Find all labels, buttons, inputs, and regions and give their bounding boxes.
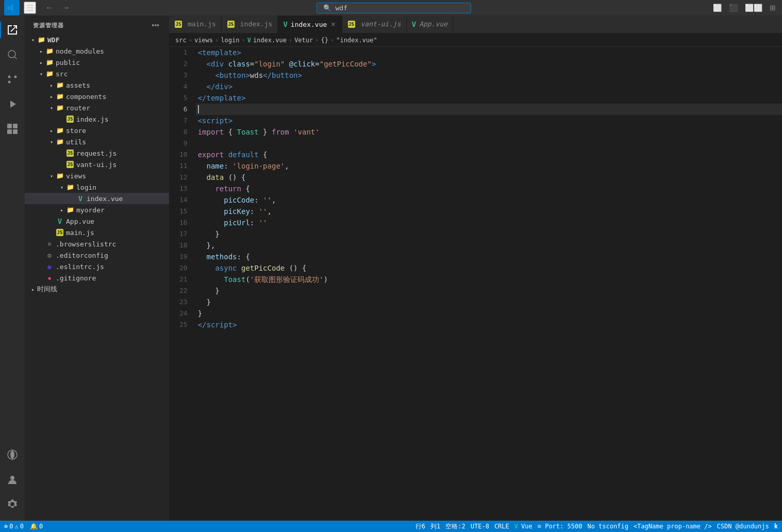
code-line-11: name: 'login-page',: [196, 160, 782, 172]
sidebar-item-public[interactable]: 📁 public: [25, 57, 169, 68]
ln-22: 22: [179, 285, 188, 296]
tab-main-js[interactable]: JS main.js: [169, 15, 222, 33]
vant-ui-icon: JS: [66, 160, 74, 169]
public-arrow: [37, 58, 45, 66]
status-col[interactable]: 列1: [430, 522, 440, 531]
breadcrumb-src[interactable]: src: [175, 37, 187, 44]
sidebar-item-views[interactable]: 📁 views: [25, 170, 169, 181]
breadcrumb-login[interactable]: login: [221, 37, 239, 44]
activity-search[interactable]: [0, 42, 25, 67]
tab-index-vue-close[interactable]: ×: [330, 21, 336, 28]
login-arrow: [58, 183, 66, 191]
status-bell[interactable]: 🔔 0: [30, 523, 43, 530]
login-icon: 📁: [66, 183, 74, 191]
breadcrumb-views[interactable]: views: [194, 37, 213, 44]
status-errors[interactable]: ⊗ 0 ⚠ 0: [4, 523, 24, 530]
status-encoding[interactable]: UTE-8: [471, 522, 489, 531]
status-port[interactable]: ⊙ Port: 5500: [538, 522, 583, 531]
sidebar-item-timeline[interactable]: 时间线: [25, 284, 169, 295]
ln-12: 12: [179, 172, 188, 183]
status-k[interactable]: k: [774, 522, 778, 531]
sidebar-item-browserslistrc[interactable]: ≡ .browserslistrc: [25, 238, 169, 250]
tab-app-vue[interactable]: V App.vue: [407, 15, 453, 33]
sidebar-item-index-vue[interactable]: V index.vue: [25, 193, 169, 204]
code-line-4: </div>: [196, 81, 782, 92]
activity-run[interactable]: [0, 92, 25, 117]
search-box[interactable]: 🔍 wdf: [317, 3, 471, 13]
search-icon: 🔍: [323, 4, 331, 12]
sidebar-item-gitignore[interactable]: ◆ .gitignore: [25, 272, 169, 284]
activity-explorer[interactable]: [0, 18, 25, 42]
sidebar-item-router[interactable]: 📁 router: [25, 102, 169, 113]
back-button[interactable]: ←: [43, 2, 56, 13]
sidebar-item-editorconfig[interactable]: ⚙ .editorconfig: [25, 250, 169, 261]
split-layout-btn[interactable]: ⬜: [711, 3, 724, 13]
code-line-19: methods: {: [196, 251, 782, 262]
sidebar-tree: 📁 WDF 📁 node_modules 📁 public 📁 src: [25, 34, 169, 521]
breadcrumb-index-vue2[interactable]: "index.vue": [336, 37, 377, 44]
tab-index-vue-icon: V: [283, 20, 287, 28]
code-line-23: }: [196, 296, 782, 308]
utils-label: utils: [66, 138, 86, 146]
tab-index-js[interactable]: JS index.js: [222, 15, 278, 33]
search-text: wdf: [336, 4, 347, 12]
activity-remote[interactable]: [0, 442, 25, 467]
sidebar-more-btn[interactable]: •••: [150, 21, 161, 30]
sidebar-item-src[interactable]: 📁 src: [25, 68, 169, 79]
activity-accounts[interactable]: [0, 467, 25, 492]
activity-source-control[interactable]: [0, 67, 25, 92]
forward-button[interactable]: →: [60, 2, 72, 13]
sidebar-item-login[interactable]: 📁 login: [25, 181, 169, 193]
sidebar-item-node-modules[interactable]: 📁 node_modules: [25, 45, 169, 57]
status-eol[interactable]: CRLE: [494, 522, 509, 531]
src-arrow: [37, 70, 45, 78]
code-line-2: <div class="login" @click="getPicCode">: [196, 58, 782, 70]
sidebar-item-router-index[interactable]: JS index.js: [25, 113, 169, 125]
code-line-6: [196, 104, 782, 115]
code-line-12: data () {: [196, 172, 782, 183]
sidebar-item-wdf[interactable]: 📁 WDF: [25, 34, 169, 45]
customize-layout-btn[interactable]: ⊞: [768, 3, 778, 13]
sidebar-item-myorder[interactable]: 📁 myorder: [25, 204, 169, 215]
code-line-20: async getPicCode () {: [196, 262, 782, 274]
status-tsconfig[interactable]: No tsconfig: [587, 522, 628, 531]
sidebar-item-app-vue[interactable]: V App.vue: [25, 215, 169, 227]
index-vue-icon: V: [76, 194, 85, 203]
sidebar-item-utils[interactable]: 📁 utils: [25, 136, 169, 147]
breadcrumb-index-vue[interactable]: index.vue: [253, 37, 287, 44]
tab-index-vue[interactable]: V index.vue ×: [278, 15, 342, 33]
sidebar-item-eslintrc[interactable]: ● .eslintrc.js: [25, 261, 169, 272]
sidebar-item-main-js[interactable]: JS main.js: [25, 227, 169, 238]
sidebar-item-vant-ui[interactable]: JS vant-ui.js: [25, 159, 169, 170]
code-editor[interactable]: 1 2 3 4 5 6 7 8 9 10 11 12 13 14 15 16 1…: [169, 47, 782, 521]
ln-5: 5: [179, 92, 188, 104]
status-vue-icon: V: [514, 523, 518, 530]
code-line-7: <script>: [196, 115, 782, 126]
breadcrumb-vetur[interactable]: Vetur: [294, 37, 313, 44]
activity-settings[interactable]: [0, 492, 25, 517]
tab-vant-ui-js[interactable]: JS vant-ui.js: [342, 15, 407, 33]
request-icon: JS: [66, 149, 74, 157]
wdf-label: WDF: [47, 36, 59, 44]
titlebar-nav: ← →: [43, 2, 72, 13]
breadcrumb-obj[interactable]: {}: [321, 37, 328, 44]
tab-bar: JS main.js JS index.js V index.vue × JS …: [169, 15, 782, 34]
node-modules-icon: 📁: [45, 47, 54, 55]
sidebar-item-components[interactable]: 📁 components: [25, 91, 169, 102]
menu-icon[interactable]: ☰: [24, 2, 36, 14]
sidebar-item-assets[interactable]: 📁 assets: [25, 79, 169, 91]
panel-layout-btn[interactable]: ⬛: [727, 3, 740, 13]
code-line-1: <template>: [196, 47, 782, 58]
sidebar-layout-btn[interactable]: ⬜⬜: [743, 3, 764, 13]
sidebar-item-store[interactable]: 📁 store: [25, 125, 169, 136]
svg-point-2: [14, 76, 17, 78]
status-lang[interactable]: VVue: [514, 522, 533, 531]
status-tagname[interactable]: <TagName prop-name />: [634, 522, 712, 531]
activity-extensions[interactable]: [0, 117, 25, 141]
titlebar: ☰ ← → 🔍 wdf ⬜ ⬛ ⬜⬜ ⊞: [0, 0, 782, 15]
status-space[interactable]: 空格:2: [445, 522, 465, 531]
status-row[interactable]: 行6: [415, 522, 425, 531]
code-line-13: return {: [196, 183, 782, 194]
sidebar-item-request[interactable]: JS request.js: [25, 147, 169, 159]
editorconfig-icon: ⚙: [45, 251, 54, 259]
